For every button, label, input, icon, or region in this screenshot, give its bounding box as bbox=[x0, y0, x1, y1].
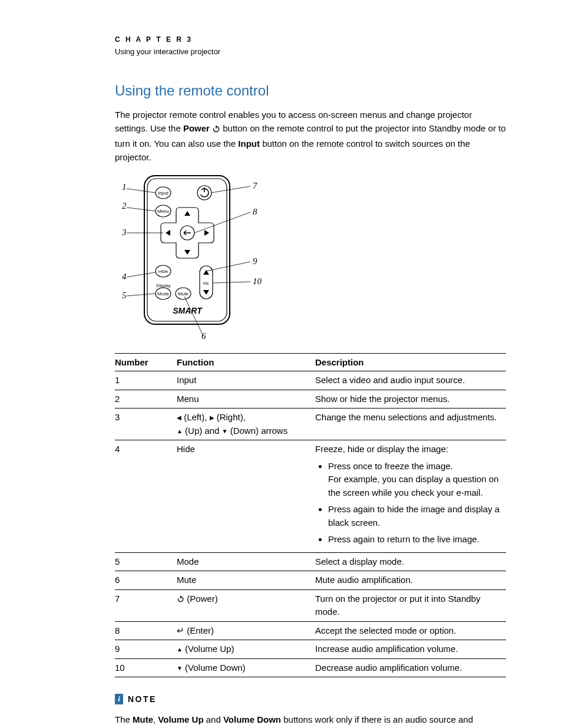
remote-display-mode-label: Display bbox=[156, 283, 171, 288]
info-icon: i bbox=[115, 694, 123, 704]
remote-brand: SMART bbox=[173, 306, 203, 315]
table-row: 2 Menu Show or hide the projector menus. bbox=[115, 390, 506, 409]
cell-desc: Decrease audio amplification volume. bbox=[315, 658, 506, 677]
hide-bullet-3: Press again to return to the live image. bbox=[328, 533, 503, 546]
svg-text:Mode: Mode bbox=[157, 291, 170, 297]
cell-num: 8 bbox=[115, 621, 177, 640]
remote-input-label: Input bbox=[158, 190, 169, 196]
callout-2: 2 bbox=[122, 201, 127, 210]
cell-desc: Accept the selected mode or option. bbox=[315, 621, 506, 640]
note-box: i NOTE The Mute, Volume Up and Volume Do… bbox=[115, 694, 506, 728]
intro-power-bold: Power bbox=[183, 123, 210, 133]
reference-table: Number Function Description 1 Input Sele… bbox=[115, 353, 506, 677]
hide-bullet-2: Press again to hide the image and displa… bbox=[328, 503, 503, 529]
section-title: Using the remote control bbox=[115, 83, 506, 99]
note-heading: NOTE bbox=[128, 694, 157, 704]
callout-3: 3 bbox=[121, 228, 127, 237]
th-number: Number bbox=[115, 354, 177, 371]
cell-num: 1 bbox=[115, 371, 177, 390]
right-arrow-icon: ▶ bbox=[210, 413, 214, 422]
remote-mute-label: Mute bbox=[178, 291, 189, 297]
remote-hide-label: Hide bbox=[158, 269, 168, 274]
cell-fn: Input bbox=[177, 371, 315, 390]
cell-desc: Select a video and audio input source. bbox=[315, 371, 506, 390]
cell-num: 5 bbox=[115, 552, 177, 571]
remote-menu-label: Menu bbox=[157, 209, 169, 214]
cell-fn: Menu bbox=[177, 390, 315, 409]
down-arrow-icon: ▼ bbox=[222, 427, 228, 436]
cell-fn: Hide bbox=[177, 440, 315, 553]
power-icon bbox=[177, 594, 184, 604]
cell-fn: Mute bbox=[177, 571, 315, 590]
cell-num: 9 bbox=[115, 640, 177, 659]
cell-fn: Mode bbox=[177, 552, 315, 571]
left-arrow-icon: ◀ bbox=[177, 413, 181, 422]
cell-num: 7 bbox=[115, 589, 177, 621]
power-icon bbox=[212, 123, 220, 136]
down-arrow-icon: ▼ bbox=[177, 664, 183, 673]
cell-desc: Show or hide the projector menus. bbox=[315, 390, 506, 409]
table-row: 7 (Power) Turn on the projector or put i… bbox=[115, 589, 506, 621]
cell-fn: ↵ (Enter) bbox=[177, 621, 315, 640]
callout-7: 7 bbox=[253, 181, 258, 190]
cell-num: 3 bbox=[115, 409, 177, 440]
callout-8: 8 bbox=[253, 207, 257, 216]
table-row: 8 ↵ (Enter) Accept the selected mode or … bbox=[115, 621, 506, 640]
cell-num: 10 bbox=[115, 658, 177, 677]
cell-num: 4 bbox=[115, 440, 177, 553]
callout-6: 6 bbox=[201, 331, 206, 340]
remote-vol-label: Vol. bbox=[203, 281, 210, 285]
cell-desc: Change the menu selections and adjustmen… bbox=[315, 409, 506, 440]
cell-desc: Select a display mode. bbox=[315, 552, 506, 571]
table-row: 6 Mute Mute audio amplification. bbox=[115, 571, 506, 590]
cell-desc: Mute audio amplification. bbox=[315, 571, 506, 590]
table-row: 5 Mode Select a display mode. bbox=[115, 552, 506, 571]
cell-num: 6 bbox=[115, 571, 177, 590]
cell-fn: ▼ (Volume Down) bbox=[177, 658, 315, 677]
intro-paragraph: The projector remote control enables you… bbox=[115, 108, 506, 164]
up-arrow-icon: ▲ bbox=[177, 645, 183, 654]
callout-4: 4 bbox=[122, 272, 127, 281]
callout-1: 1 bbox=[122, 182, 127, 192]
table-row: 3 ◀ (Left), ▶ (Right), ▲ (Up) and ▼ (Dow… bbox=[115, 409, 506, 440]
cell-desc: Increase audio amplification volume. bbox=[315, 640, 506, 659]
cell-fn: (Power) bbox=[177, 589, 315, 621]
th-description: Description bbox=[315, 354, 506, 371]
chapter-subtitle: Using your interactive projector bbox=[115, 47, 506, 56]
note-label: i NOTE bbox=[115, 694, 506, 704]
chapter-label: C H A P T E R 3 bbox=[115, 35, 506, 44]
callout-10: 10 bbox=[253, 276, 262, 286]
up-arrow-icon: ▲ bbox=[177, 427, 183, 436]
cell-desc: Turn on the projector or put it into Sta… bbox=[315, 589, 506, 621]
cell-fn: ◀ (Left), ▶ (Right), ▲ (Up) and ▼ (Down)… bbox=[177, 409, 315, 440]
note-text: The Mute, Volume Up and Volume Down butt… bbox=[115, 713, 506, 728]
intro-input-bold: Input bbox=[238, 139, 260, 149]
table-row: 9 ▲ (Volume Up) Increase audio amplifica… bbox=[115, 640, 506, 659]
enter-arrow-icon: ↵ bbox=[177, 625, 184, 635]
hide-bullet-1: Press once to freeze the image.For examp… bbox=[328, 460, 503, 500]
table-row: 4 Hide Freeze, hide or display the image… bbox=[115, 440, 506, 553]
remote-diagram: Input Menu Hide Display Mode M bbox=[115, 172, 262, 340]
table-row: 10 ▼ (Volume Down) Decrease audio amplif… bbox=[115, 658, 506, 677]
cell-num: 2 bbox=[115, 390, 177, 409]
table-row: 1 Input Select a video and audio input s… bbox=[115, 371, 506, 390]
callout-5: 5 bbox=[122, 291, 127, 300]
cell-desc: Freeze, hide or display the image: Press… bbox=[315, 440, 506, 553]
cell-fn: ▲ (Volume Up) bbox=[177, 640, 315, 659]
th-function: Function bbox=[177, 354, 315, 371]
callout-9: 9 bbox=[253, 256, 257, 266]
